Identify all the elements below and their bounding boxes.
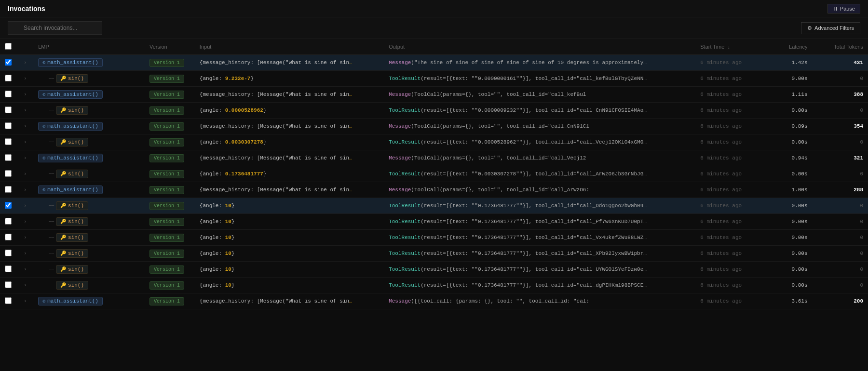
expand-cell[interactable]: › bbox=[19, 55, 33, 71]
expand-icon[interactable]: › bbox=[24, 203, 27, 209]
expand-icon[interactable]: › bbox=[24, 283, 27, 288]
expand-cell[interactable]: › bbox=[19, 278, 33, 293]
search-input[interactable] bbox=[8, 21, 102, 35]
row-checkbox[interactable] bbox=[5, 218, 12, 225]
expand-cell[interactable]: › bbox=[19, 293, 33, 309]
col-start-time[interactable]: Start Time ↓ bbox=[695, 39, 768, 55]
expand-icon[interactable]: › bbox=[24, 76, 27, 81]
row-checkbox-cell[interactable] bbox=[0, 262, 19, 278]
lmp-badge[interactable]: 🔑 sin() bbox=[56, 201, 88, 210]
row-checkbox[interactable] bbox=[5, 75, 12, 81]
lmp-badge[interactable]: ⊙ math_assistant() bbox=[38, 122, 103, 131]
row-checkbox[interactable] bbox=[5, 281, 12, 288]
lmp-badge[interactable]: ⊙ math_assistant() bbox=[38, 154, 103, 162]
invocations-table-container[interactable]: LMP Version Input Output Start Time ↓ La… bbox=[0, 39, 868, 354]
expand-cell[interactable]: › bbox=[19, 198, 33, 214]
expand-cell[interactable]: › bbox=[19, 182, 33, 198]
row-checkbox-cell[interactable] bbox=[0, 278, 19, 293]
row-checkbox[interactable] bbox=[5, 106, 12, 113]
expand-icon[interactable]: › bbox=[24, 60, 27, 66]
row-checkbox[interactable] bbox=[5, 154, 12, 161]
lmp-badge[interactable]: 🔑 sin() bbox=[56, 74, 88, 83]
expand-cell[interactable]: › bbox=[19, 214, 33, 230]
row-checkbox[interactable] bbox=[5, 170, 12, 177]
row-checkbox[interactable] bbox=[5, 250, 12, 256]
lmp-badge[interactable]: 🔑 sin() bbox=[56, 281, 88, 290]
expand-icon[interactable]: › bbox=[24, 92, 27, 97]
row-checkbox[interactable] bbox=[5, 122, 12, 129]
row-checkbox-cell[interactable] bbox=[0, 103, 19, 119]
table-row[interactable]: › ── 🔑 sin() Version 1 {angle: 9.232e-7}… bbox=[0, 71, 868, 87]
expand-icon[interactable]: › bbox=[24, 251, 27, 256]
expand-icon[interactable]: › bbox=[24, 187, 27, 193]
row-checkbox[interactable] bbox=[5, 91, 12, 97]
table-row[interactable]: › ── 🔑 sin() Version 1 {angle: 10} ToolR… bbox=[0, 278, 868, 293]
row-checkbox[interactable] bbox=[5, 59, 12, 66]
table-row[interactable]: › ── 🔑 sin() Version 1 {angle: 10} ToolR… bbox=[0, 214, 868, 230]
row-checkbox-cell[interactable] bbox=[0, 55, 19, 71]
lmp-badge[interactable]: ⊙ math_assistant() bbox=[38, 90, 103, 99]
expand-cell[interactable]: › bbox=[19, 262, 33, 278]
table-row[interactable]: › ── 🔑 sin() Version 1 {angle: 0.0000528… bbox=[0, 103, 868, 119]
expand-cell[interactable]: › bbox=[19, 103, 33, 119]
expand-cell[interactable]: › bbox=[19, 230, 33, 246]
expand-icon[interactable]: › bbox=[24, 299, 27, 304]
lmp-badge[interactable]: 🔑 sin() bbox=[56, 233, 88, 242]
select-all-checkbox[interactable] bbox=[5, 43, 12, 50]
table-row[interactable]: › ⊙ math_assistant() Version 1 {message_… bbox=[0, 87, 868, 103]
table-row[interactable]: › ── 🔑 sin() Version 1 {angle: 10} ToolR… bbox=[0, 230, 868, 246]
row-checkbox[interactable] bbox=[5, 138, 12, 145]
table-row[interactable]: › ── 🔑 sin() Version 1 {angle: 10} ToolR… bbox=[0, 262, 868, 278]
pause-button[interactable]: ⏸ Pause bbox=[827, 4, 860, 13]
row-checkbox[interactable] bbox=[5, 234, 12, 240]
expand-cell[interactable]: › bbox=[19, 87, 33, 103]
expand-cell[interactable]: › bbox=[19, 134, 33, 150]
table-row[interactable]: › ── 🔑 sin() Version 1 {angle: 10} ToolR… bbox=[0, 198, 868, 214]
expand-icon[interactable]: › bbox=[24, 267, 27, 272]
table-row[interactable]: › ── 🔑 sin() Version 1 {angle: 0.1736481… bbox=[0, 166, 868, 182]
expand-cell[interactable]: › bbox=[19, 246, 33, 262]
row-checkbox-cell[interactable] bbox=[0, 214, 19, 230]
row-checkbox-cell[interactable] bbox=[0, 150, 19, 166]
lmp-badge[interactable]: 🔑 sin() bbox=[56, 265, 88, 274]
row-checkbox[interactable] bbox=[5, 297, 12, 304]
expand-cell[interactable]: › bbox=[19, 119, 33, 134]
table-row[interactable]: › ⊙ math_assistant() Version 1 {message_… bbox=[0, 182, 868, 198]
row-checkbox-cell[interactable] bbox=[0, 71, 19, 87]
expand-icon[interactable]: › bbox=[24, 140, 27, 145]
row-checkbox-cell[interactable] bbox=[0, 198, 19, 214]
table-row[interactable]: › ── 🔑 sin() Version 1 {angle: 0.0030307… bbox=[0, 134, 868, 150]
expand-icon[interactable]: › bbox=[24, 156, 27, 161]
table-row[interactable]: › ⊙ math_assistant() Version 1 {message_… bbox=[0, 293, 868, 309]
expand-icon[interactable]: › bbox=[24, 235, 27, 240]
expand-cell[interactable]: › bbox=[19, 71, 33, 87]
expand-icon[interactable]: › bbox=[24, 219, 27, 225]
row-checkbox-cell[interactable] bbox=[0, 246, 19, 262]
expand-icon[interactable]: › bbox=[24, 108, 27, 113]
expand-icon[interactable]: › bbox=[24, 172, 27, 177]
row-checkbox-cell[interactable] bbox=[0, 134, 19, 150]
row-checkbox[interactable] bbox=[5, 186, 12, 193]
lmp-badge[interactable]: 🔑 sin() bbox=[56, 138, 88, 146]
lmp-badge[interactable]: 🔑 sin() bbox=[56, 217, 88, 226]
row-checkbox-cell[interactable] bbox=[0, 87, 19, 103]
expand-cell[interactable]: › bbox=[19, 150, 33, 166]
lmp-badge[interactable]: ⊙ math_assistant() bbox=[38, 186, 103, 194]
row-checkbox[interactable] bbox=[5, 202, 12, 209]
lmp-badge[interactable]: 🔑 sin() bbox=[56, 249, 88, 258]
expand-icon[interactable]: › bbox=[24, 124, 27, 129]
row-checkbox-cell[interactable] bbox=[0, 293, 19, 309]
table-row[interactable]: › ── 🔑 sin() Version 1 {angle: 10} ToolR… bbox=[0, 246, 868, 262]
lmp-badge[interactable]: ⊙ math_assistant() bbox=[38, 58, 103, 67]
expand-cell[interactable]: › bbox=[19, 166, 33, 182]
row-checkbox-cell[interactable] bbox=[0, 182, 19, 198]
row-checkbox[interactable] bbox=[5, 265, 12, 272]
lmp-badge[interactable]: 🔑 sin() bbox=[56, 170, 88, 178]
lmp-badge[interactable]: 🔑 sin() bbox=[56, 106, 88, 115]
row-checkbox-cell[interactable] bbox=[0, 119, 19, 134]
table-row[interactable]: › ⊙ math_assistant() Version 1 {message_… bbox=[0, 150, 868, 166]
table-row[interactable]: › ⊙ math_assistant() Version 1 {message_… bbox=[0, 119, 868, 134]
advanced-filters-button[interactable]: ⚙ Advanced Filters bbox=[801, 22, 860, 34]
row-checkbox-cell[interactable] bbox=[0, 230, 19, 246]
row-checkbox-cell[interactable] bbox=[0, 166, 19, 182]
